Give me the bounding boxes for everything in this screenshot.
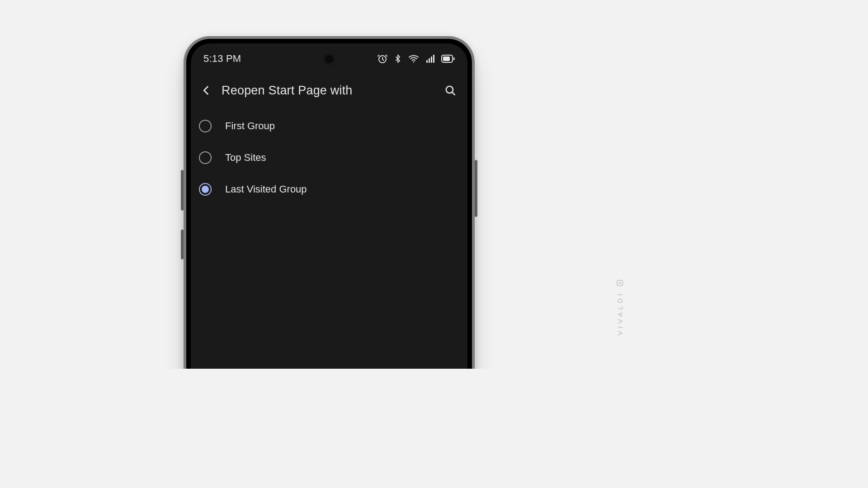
svg-rect-3: [429, 58, 430, 63]
volume-down-button: [181, 230, 184, 259]
svg-rect-2: [426, 60, 428, 63]
volume-up-button: [181, 170, 184, 211]
signal-icon: [425, 53, 436, 64]
back-button[interactable]: [195, 80, 217, 101]
chevron-left-icon: [200, 84, 212, 97]
option-first-group[interactable]: First Group: [191, 110, 467, 142]
status-icons: [377, 53, 455, 64]
wifi-icon: [408, 53, 420, 64]
radio-icon: [199, 183, 212, 196]
status-time: 5:13 PM: [203, 53, 241, 65]
svg-rect-5: [433, 55, 434, 63]
brand-watermark: VIVALDI: [616, 279, 624, 335]
app-bar: Reopen Start Page with: [191, 74, 467, 107]
option-label: Last Visited Group: [225, 183, 307, 195]
svg-line-10: [452, 92, 455, 95]
options-list: First Group Top Sites Last Visited Group: [191, 107, 467, 205]
option-label: First Group: [225, 120, 275, 132]
svg-rect-7: [453, 57, 455, 60]
radio-icon: [199, 151, 212, 164]
svg-marker-12: [619, 282, 621, 283]
option-last-visited-group[interactable]: Last Visited Group: [191, 174, 467, 205]
svg-rect-4: [431, 56, 432, 63]
option-label: Top Sites: [225, 152, 266, 164]
option-top-sites[interactable]: Top Sites: [191, 142, 467, 174]
battery-icon: [441, 54, 455, 63]
svg-rect-8: [443, 56, 450, 61]
radio-icon: [199, 120, 212, 132]
search-button[interactable]: [439, 80, 461, 101]
power-button: [475, 160, 477, 217]
alarm-icon: [377, 53, 388, 64]
search-icon: [444, 84, 456, 96]
brand-text: VIVALDI: [616, 291, 624, 335]
bluetooth-icon: [393, 53, 402, 64]
camera-punch-hole: [323, 53, 335, 65]
svg-point-1: [413, 61, 415, 63]
page-title: Reopen Start Page with: [222, 84, 435, 98]
brand-logo-icon: [617, 279, 624, 286]
phone-frame: 5:13 PM: [184, 36, 475, 369]
phone-screen: 5:13 PM: [191, 43, 467, 369]
